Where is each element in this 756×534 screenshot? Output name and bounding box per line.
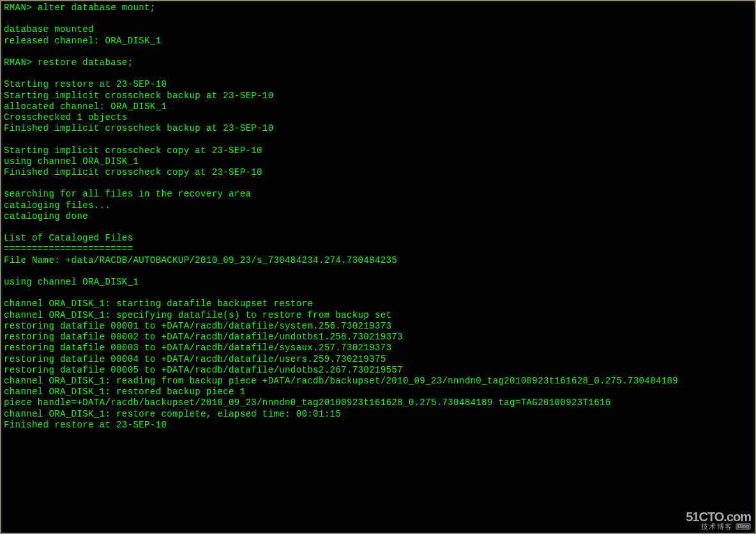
- watermark-subtitle: 技术博客Blog: [686, 523, 751, 530]
- terminal-output[interactable]: RMAN> alter database mount; database mou…: [1, 1, 755, 432]
- watermark-tag: Blog: [736, 523, 751, 530]
- watermark: 51CTO.com 技术博客Blog: [686, 510, 751, 530]
- watermark-site: 51CTO.com: [686, 510, 751, 523]
